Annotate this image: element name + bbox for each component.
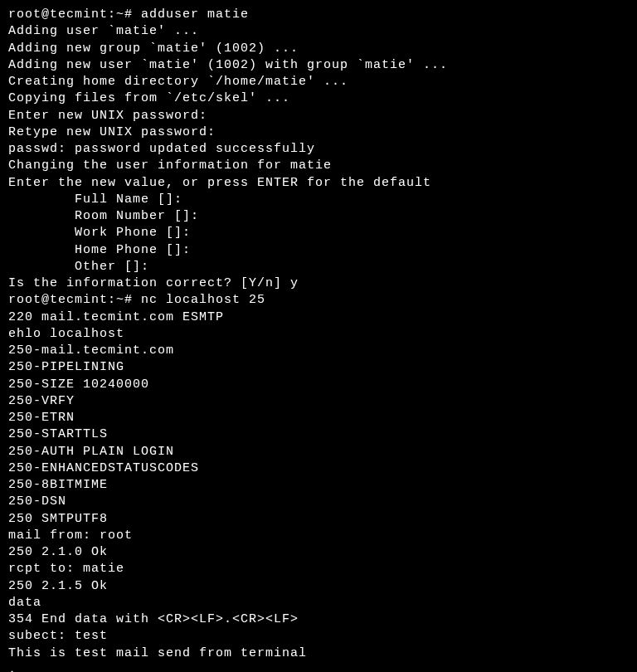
terminal-line: 250-mail.tecmint.com — [8, 343, 629, 359]
terminal-line: data — [8, 595, 629, 611]
terminal-output: Adding user `matie' ... — [8, 24, 199, 38]
terminal-line: 250 2.1.5 Ok — [8, 578, 629, 595]
terminal-output: 250 2.1.0 Ok — [8, 545, 108, 559]
terminal-line: Full Name []: — [8, 192, 629, 208]
terminal-line: 250-DSN — [8, 494, 629, 510]
terminal-line: root@tecmint:~# adduser matie — [8, 7, 629, 23]
terminal-window[interactable]: root@tecmint:~# adduser matieAdding user… — [8, 7, 629, 672]
terminal-output: 250-ETRN — [8, 411, 75, 425]
terminal-output: mail from: root — [8, 528, 133, 543]
terminal-output: Home Phone []: — [8, 243, 191, 257]
terminal-output: Enter new UNIX password: — [8, 109, 207, 123]
terminal-line: Is the information correct? [Y/n] y — [8, 275, 629, 292]
terminal-line: 250 SMTPUTF8 — [8, 511, 629, 528]
terminal-line: Creating home directory `/home/matie' ..… — [8, 74, 629, 90]
shell-command: nc localhost 25 — [141, 293, 265, 307]
terminal-line: 354 End data with <CR><LF>.<CR><LF> — [8, 611, 629, 628]
terminal-output: 250-PIPELINING — [8, 360, 124, 374]
terminal-line: rcpt to: matie — [8, 561, 629, 577]
terminal-output: This is test mail send from terminal — [8, 646, 307, 660]
terminal-line: 250-ENHANCEDSTATUSCODES — [8, 460, 629, 477]
terminal-output: rcpt to: matie — [8, 562, 124, 576]
terminal-line: Enter the new value, or press ENTER for … — [8, 175, 629, 192]
terminal-output: passwd: password updated successfully — [8, 142, 315, 156]
terminal-line: . — [8, 662, 629, 672]
terminal-output: 220 mail.tecmint.com ESMTP — [8, 310, 224, 324]
terminal-output: . — [8, 663, 17, 672]
terminal-line: Other []: — [8, 259, 629, 275]
terminal-output: subect: test — [8, 629, 108, 643]
terminal-line: root@tecmint:~# nc localhost 25 — [8, 292, 629, 309]
terminal-output: Room Number []: — [8, 209, 199, 223]
terminal-line: This is test mail send from terminal — [8, 645, 629, 662]
terminal-output: Enter the new value, or press ENTER for … — [8, 176, 431, 190]
terminal-line: Adding new group `matie' (1002) ... — [8, 41, 629, 57]
terminal-output: Copying files from `/etc/skel' ... — [8, 91, 290, 105]
shell-prompt: root@tecmint:~# — [8, 293, 141, 307]
terminal-output: Retype new UNIX password: — [8, 125, 216, 139]
terminal-output: ehlo localhost — [8, 327, 124, 341]
terminal-output: 250-ENHANCEDSTATUSCODES — [8, 461, 199, 475]
terminal-output: 354 End data with <CR><LF>.<CR><LF> — [8, 612, 299, 626]
terminal-output: 250-8BITMIME — [8, 478, 108, 492]
terminal-output: 250-VRFY — [8, 394, 75, 408]
terminal-line: subect: test — [8, 628, 629, 645]
terminal-line: Adding new user `matie' (1002) with grou… — [8, 57, 629, 74]
shell-prompt: root@tecmint:~# — [8, 7, 141, 22]
terminal-output: 250-AUTH PLAIN LOGIN — [8, 445, 174, 459]
terminal-output: 250-mail.tecmint.com — [8, 343, 174, 358]
terminal-output: Adding new group `matie' (1002) ... — [8, 41, 299, 56]
terminal-line: Adding user `matie' ... — [8, 23, 629, 40]
terminal-line: 250-AUTH PLAIN LOGIN — [8, 444, 629, 460]
terminal-output: Other []: — [8, 260, 149, 274]
terminal-line: Work Phone []: — [8, 225, 629, 241]
terminal-line: 250-PIPELINING — [8, 359, 629, 376]
shell-command: adduser matie — [141, 7, 249, 22]
terminal-line: passwd: password updated successfully — [8, 141, 629, 158]
terminal-line: Enter new UNIX password: — [8, 108, 629, 124]
terminal-output: data — [8, 596, 41, 610]
terminal-output: 250 2.1.5 Ok — [8, 579, 108, 593]
terminal-line: 250-VRFY — [8, 393, 629, 410]
terminal-line: 250 2.1.0 Ok — [8, 544, 629, 561]
terminal-output: 250-DSN — [8, 494, 66, 509]
terminal-output: 250-SIZE 10240000 — [8, 377, 149, 392]
terminal-line: Home Phone []: — [8, 242, 629, 259]
terminal-line: 250-STARTTLS — [8, 426, 629, 443]
terminal-output: Creating home directory `/home/matie' ..… — [8, 75, 348, 89]
terminal-output: Adding new user `matie' (1002) with grou… — [8, 58, 448, 72]
terminal-output: Changing the user information for matie — [8, 158, 332, 173]
terminal-output: Full Name []: — [8, 192, 182, 207]
terminal-line: Retype new UNIX password: — [8, 124, 629, 141]
terminal-output: Work Phone []: — [8, 226, 191, 240]
terminal-line: Room Number []: — [8, 208, 629, 225]
terminal-line: ehlo localhost — [8, 326, 629, 343]
terminal-output: Is the information correct? [Y/n] y — [8, 276, 299, 290]
terminal-line: Changing the user information for matie — [8, 158, 629, 174]
terminal-line: Copying files from `/etc/skel' ... — [8, 90, 629, 107]
terminal-line: 250-ETRN — [8, 410, 629, 426]
terminal-line: 250-SIZE 10240000 — [8, 377, 629, 393]
terminal-output: 250 SMTPUTF8 — [8, 512, 108, 526]
terminal-line: mail from: root — [8, 528, 629, 544]
terminal-line: 220 mail.tecmint.com ESMTP — [8, 309, 629, 326]
terminal-line: 250-8BITMIME — [8, 477, 629, 494]
terminal-output: 250-STARTTLS — [8, 427, 108, 441]
